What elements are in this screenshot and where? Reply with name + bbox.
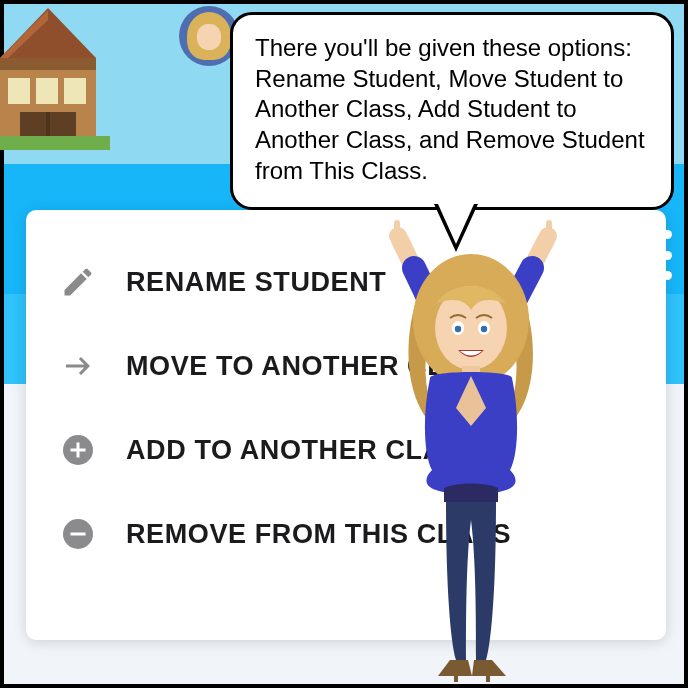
svg-rect-26 xyxy=(486,672,490,682)
svg-rect-9 xyxy=(50,112,76,140)
svg-rect-15 xyxy=(394,220,400,236)
arrow-right-icon xyxy=(58,346,98,386)
svg-rect-10 xyxy=(0,136,110,150)
svg-rect-8 xyxy=(20,112,46,140)
svg-rect-25 xyxy=(454,672,458,682)
svg-rect-5 xyxy=(36,78,58,104)
svg-rect-4 xyxy=(8,78,30,104)
town-building-decoration xyxy=(0,0,120,150)
speech-bubble-text: There you'll be given these options: Ren… xyxy=(255,34,645,184)
svg-rect-1 xyxy=(0,58,96,70)
menu-item-label: RENAME STUDENT xyxy=(126,267,386,298)
tutorial-frame: There you'll be given these options: Ren… xyxy=(0,0,688,688)
svg-point-22 xyxy=(455,326,461,332)
svg-point-23 xyxy=(481,326,487,332)
svg-rect-13 xyxy=(71,533,86,536)
svg-rect-6 xyxy=(64,78,86,104)
svg-rect-17 xyxy=(546,220,552,236)
minus-circle-icon xyxy=(58,514,98,554)
pencil-icon xyxy=(58,262,98,302)
guide-character xyxy=(360,220,580,684)
more-options-icon[interactable] xyxy=(658,230,676,280)
plus-circle-icon xyxy=(58,430,98,470)
speech-bubble: There you'll be given these options: Ren… xyxy=(230,12,674,210)
